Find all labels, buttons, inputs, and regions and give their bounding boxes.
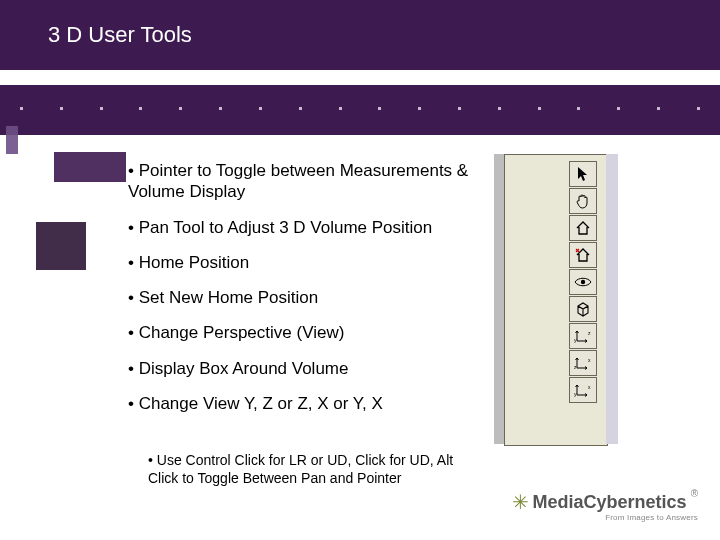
header-bar: 3 D User Tools	[0, 0, 720, 70]
usage-note: • Use Control Click for LR or UD, Click …	[148, 452, 478, 487]
pointer-tool[interactable]	[569, 161, 597, 187]
deco-square	[6, 126, 18, 154]
deco-square	[54, 152, 126, 182]
brand-name: MediaCybernetics	[533, 493, 687, 511]
bullet-list: • Pointer to Toggle between Measurements…	[128, 160, 488, 428]
axis-icon: yx	[574, 382, 592, 398]
bullet-item: • Home Position	[128, 252, 488, 273]
svg-text:z: z	[588, 330, 591, 336]
dot-row	[20, 107, 700, 110]
hand-icon	[575, 193, 591, 209]
toolbar-panel: yz zx yx	[504, 154, 608, 446]
bullet-item: • Set New Home Position	[128, 287, 488, 308]
preview-strip-left	[494, 154, 504, 444]
set-home-tool[interactable]	[569, 242, 597, 268]
bullet-item: • Pan Tool to Adjust 3 D Volume Position	[128, 217, 488, 238]
registered-icon: ®	[691, 489, 698, 499]
brand-block: ✳ MediaCybernetics ® From Images to Answ…	[512, 492, 698, 522]
home-tool[interactable]	[569, 215, 597, 241]
box-tool[interactable]	[569, 296, 597, 322]
pan-tool[interactable]	[569, 188, 597, 214]
svg-text:x: x	[588, 357, 591, 363]
eye-icon	[574, 276, 592, 288]
home-icon	[575, 221, 591, 235]
pointer-icon	[576, 166, 590, 182]
perspective-tool[interactable]	[569, 269, 597, 295]
preview-strip-right	[606, 154, 618, 444]
view-yz-tool[interactable]: yz	[569, 323, 597, 349]
bullet-item: • Change Perspective (View)	[128, 322, 488, 343]
page-title: 3 D User Tools	[48, 22, 192, 48]
decorative-band	[0, 85, 720, 135]
deco-square	[36, 222, 86, 270]
svg-text:x: x	[588, 384, 591, 390]
bullet-item: • Display Box Around Volume	[128, 358, 488, 379]
view-zx-tool[interactable]: zx	[569, 350, 597, 376]
bullet-item: • Pointer to Toggle between Measurements…	[128, 160, 488, 203]
logo-icon: ✳	[512, 492, 529, 512]
home-set-icon	[575, 248, 591, 262]
bullet-item: • Change View Y, Z or Z, X or Y, X	[128, 393, 488, 414]
view-yx-tool[interactable]: yx	[569, 377, 597, 403]
brand-tagline: From Images to Answers	[512, 514, 698, 522]
axis-icon: yz	[574, 328, 592, 344]
cube-icon	[575, 301, 591, 317]
axis-icon: zx	[574, 355, 592, 371]
svg-point-0	[581, 280, 585, 284]
